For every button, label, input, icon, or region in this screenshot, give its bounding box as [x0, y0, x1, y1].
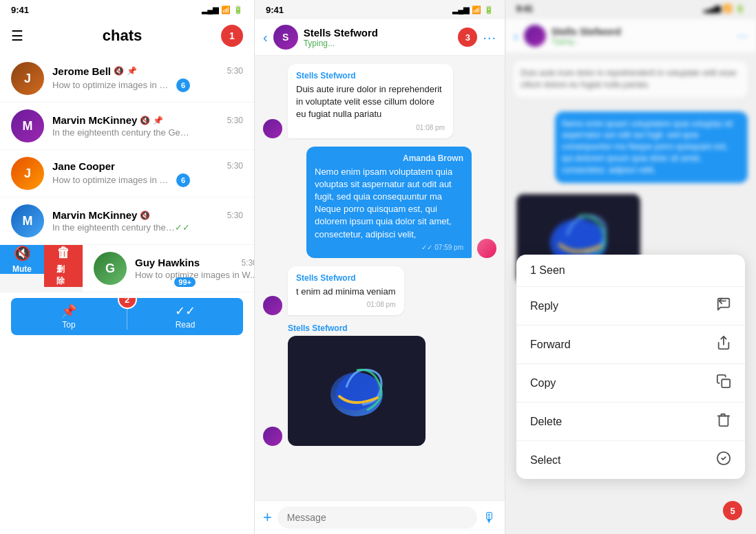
chat-item[interactable]: J Jane Cooper 5:30 How to optimize image… — [0, 150, 254, 197]
msg-image[interactable]: Stells Stefword — [288, 323, 426, 446]
context-menu-copy[interactable]: Copy — [516, 364, 745, 403]
avatar: J — [11, 62, 44, 95]
context-menu-delete[interactable]: Delete — [516, 403, 745, 441]
chat-preview: How to optimize images in WordPress for.… — [52, 78, 190, 92]
chat-time: 5:30 — [227, 116, 243, 125]
msg-avatar — [263, 427, 282, 446]
time-middle: 9:41 — [266, 5, 284, 15]
context-badge-5: 5 — [723, 501, 742, 520]
avatar: M — [11, 204, 44, 237]
chat-name-row: Marvin McKinney 🔇 📌 5:30 — [52, 114, 243, 126]
pin-icon: 📌 — [153, 116, 163, 125]
msg-bubble-received[interactable]: Stells Stefword Duis aute irure dolor in… — [288, 64, 453, 138]
avatar: J — [11, 157, 44, 190]
battery-icon: 🔋 — [484, 6, 494, 14]
msg-text-sent: Nemo enim ipsam voluptatem quia voluptas… — [315, 166, 463, 241]
forward-label: Forward — [530, 339, 571, 351]
chat-info: Guy Hawkins 5:30 How to optimize images … — [135, 257, 254, 280]
read-icon: ✓✓ — [175, 303, 196, 319]
msg-bubble-sent[interactable]: Amanda Brown Nemo enim ipsam voluptatem … — [306, 147, 472, 258]
contact-status: Typing... — [304, 39, 453, 48]
status-bar-left: 9:41 ▂▄▆ 📶 🔋 — [0, 0, 254, 19]
swipe-delete-button[interactable]: 🗑 删除 — [44, 245, 83, 287]
mute-icon: 🔇 — [140, 211, 150, 220]
msg-sender-name-sent: Amanda Brown — [315, 153, 463, 163]
chat-preview: In the eighteenth century the German phi… — [52, 222, 190, 233]
status-icons-middle: ▂▄▆ 📶 🔋 — [452, 6, 494, 14]
forward-icon — [716, 335, 731, 354]
svg-rect-4 — [722, 379, 730, 387]
mute-icon: 🔇 — [140, 116, 150, 125]
msg-sender-name: Stells Stefword — [296, 71, 445, 81]
wifi-icon: 📶 — [221, 6, 231, 14]
messages-area: Stells Stefword Duis aute irure dolor in… — [255, 56, 505, 500]
chat-top-bar: ‹ S Stells Stefword Typing... 3 ··· — [255, 19, 505, 56]
context-menu-select[interactable]: Select — [516, 441, 745, 479]
context-menu: 1 Seen Reply Forward — [516, 255, 745, 479]
delete-icon: 🗑 — [56, 245, 70, 261]
msg-sender-name: Stells Stefword — [288, 323, 426, 333]
contact-name: Stells Stefword — [304, 27, 453, 39]
pin-icon: 📌 — [127, 66, 137, 76]
voice-button[interactable]: 🎙 — [483, 510, 496, 526]
context-overlay: 1 Seen Reply Forward — [505, 0, 756, 534]
more-options-button[interactable]: ··· — [483, 30, 496, 45]
msg-avatar — [263, 296, 282, 315]
reply-icon — [716, 297, 731, 315]
chat-item[interactable]: J Jerome Bell 🔇 📌 5:30 How to optimize i… — [0, 55, 254, 103]
message-received-image: Stells Stefword — [263, 323, 496, 446]
wifi-icon: 📶 — [472, 6, 481, 14]
msg-avatar-sent — [477, 239, 496, 258]
check-icon: ✓✓ — [175, 222, 190, 233]
msg-time: 01:08 pm — [296, 301, 396, 308]
contact-info: Stells Stefword Typing... — [304, 27, 453, 48]
chat-item[interactable]: M Marvin McKinney 🔇 5:30 In the eighteen… — [0, 197, 254, 245]
avatar: M — [11, 109, 44, 142]
context-menu-seen: 1 Seen — [516, 255, 745, 287]
status-icons-left: ▂▄▆ 📶 🔋 — [202, 6, 243, 14]
unread-badge-large: 99+ — [174, 277, 196, 287]
msg-sender-name: Stells Stefword — [296, 273, 396, 283]
time-left: 9:41 — [11, 5, 29, 15]
chat-time: 5:30 — [227, 211, 243, 220]
msg-bubble-received[interactable]: Stells Stefword t enim ad minima veniam … — [288, 266, 404, 315]
message-input[interactable] — [277, 506, 477, 528]
add-attachment-button[interactable]: + — [263, 509, 272, 526]
edge-logo-icon — [315, 350, 398, 432]
chat-name: Jerome Bell 🔇 📌 — [52, 65, 137, 77]
message-received: Stells Stefword Duis aute irure dolor in… — [263, 64, 496, 138]
read-button[interactable]: ✓✓ Read — [127, 298, 243, 335]
reply-label: Reply — [530, 300, 558, 312]
msg-time: 01:08 pm — [296, 124, 445, 131]
context-menu-reply[interactable]: Reply — [516, 287, 745, 325]
chat-list: J Jerome Bell 🔇 📌 5:30 How to optimize i… — [0, 55, 254, 534]
chat-name-row: Marvin McKinney 🔇 5:30 — [52, 209, 243, 221]
back-button[interactable]: ‹ — [263, 30, 268, 45]
seen-label: 1 Seen — [530, 264, 565, 277]
chat-preview: In the eighteenth century the German phi… — [52, 127, 190, 138]
msg-text: Duis aute irure dolor in reprehenderit i… — [296, 83, 445, 121]
swipe-mute-button[interactable]: 🔇 Mute — [0, 245, 44, 274]
signal-icon: ▂▄▆ — [202, 6, 218, 14]
chat-item[interactable]: G Guy Hawkins 5:30 How to optimize image… — [83, 245, 254, 292]
chat-name: Guy Hawkins — [135, 257, 200, 268]
chat-name: Marvin McKinney 🔇 — [52, 209, 150, 221]
chat-name-row: Jerome Bell 🔇 📌 5:30 — [52, 65, 243, 77]
menu-icon[interactable]: ☰ — [11, 28, 23, 44]
input-area: + 🎙 4 — [255, 500, 505, 534]
context-menu-forward[interactable]: Forward — [516, 325, 745, 364]
chats-header: ☰ chats 1 — [0, 19, 254, 55]
chat-info: Marvin McKinney 🔇 5:30 In the eighteenth… — [52, 209, 243, 233]
new-chat-badge[interactable]: 1 — [221, 25, 243, 47]
pin-up-icon: 📌 — [61, 303, 76, 319]
chat-info: Jane Cooper 5:30 How to optimize images … — [52, 160, 243, 187]
right-context-panel: 9:41 ▂▄▆ 📶 🔋 ‹ Stells Stefword Typing...… — [505, 0, 756, 534]
chat-name-row: Guy Hawkins 5:30 — [135, 257, 254, 268]
avatar: G — [94, 252, 127, 285]
delete-icon — [716, 412, 731, 431]
mute-icon: 🔇 — [14, 245, 31, 261]
chat-item[interactable]: M Marvin McKinney 🔇 📌 5:30 In the eighte… — [0, 103, 254, 150]
top-button[interactable]: 📌 Top — [11, 298, 127, 335]
signal-icon: ▂▄▆ — [452, 6, 469, 14]
copy-label: Copy — [530, 377, 556, 389]
